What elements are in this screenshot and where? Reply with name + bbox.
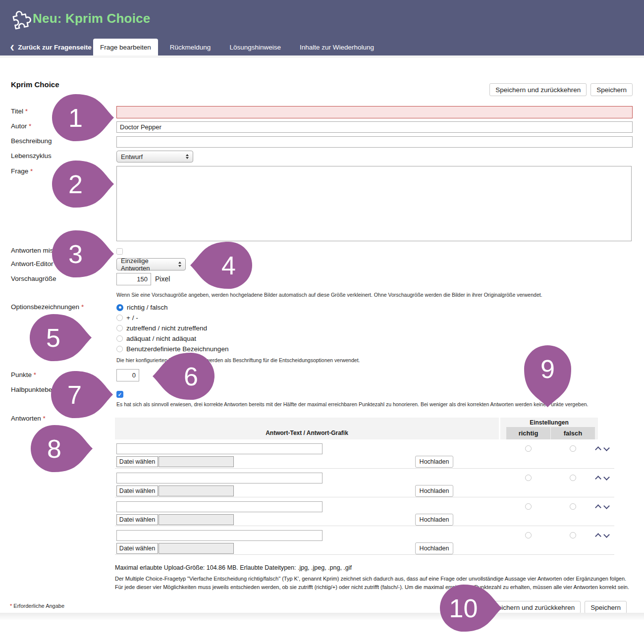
annotation-number: 9 — [524, 345, 571, 392]
beschreibung-label: Beschreibung — [11, 137, 113, 146]
lebenszyklus-label: Lebenszyklus — [11, 152, 113, 161]
move-up-icon[interactable] — [595, 446, 601, 453]
radio-falsch[interactable] — [570, 445, 576, 452]
file-name-box[interactable] — [159, 514, 234, 525]
radio-falsch[interactable] — [570, 475, 576, 481]
antwort-editor-select[interactable]: Einzeilige Antworten — [116, 258, 186, 270]
option-radio[interactable] — [116, 346, 123, 352]
option-radio-row: + / - — [116, 313, 228, 323]
annotation-balloon-8: 8 — [31, 425, 93, 472]
radio-richtig[interactable] — [525, 445, 532, 452]
question-type-description: Der Multiple Choice-Fragetyp "Vierfache … — [115, 575, 634, 592]
file-select-button[interactable]: Datei wählen — [116, 543, 158, 554]
punkte-label: Punkte * — [11, 371, 113, 379]
optionsbezeichnungen-label: Optionsbezeichnungen * — [11, 303, 113, 312]
answer-text-input[interactable] — [116, 473, 322, 483]
annotation-balloon-9: 9 — [524, 345, 571, 407]
back-link[interactable]: ❮ Zurück zur Fragenseite — [10, 39, 92, 55]
tabbar-divider — [0, 55, 644, 58]
save-button-bottom[interactable]: Speichern — [585, 601, 627, 614]
answer-row: Datei wählen Hochladen — [115, 439, 614, 468]
move-down-icon[interactable] — [603, 532, 610, 538]
upload-button[interactable]: Hochladen — [415, 485, 453, 497]
answers-table-main-header: Antwort-Text / Antwort-Grafik — [115, 418, 499, 439]
option-radio[interactable] — [116, 315, 123, 321]
upload-button[interactable]: Hochladen — [415, 514, 453, 526]
file-name-box[interactable] — [159, 485, 234, 496]
select-stepper-icon — [186, 154, 189, 160]
antworten-mischen-label: Antworten mischen — [11, 247, 113, 255]
lebenszyklus-select[interactable]: Entwurf — [116, 151, 193, 162]
option-radio-row: richtig / falsch — [116, 302, 228, 313]
answer-text-input[interactable] — [116, 443, 322, 454]
col-header-antwort-text: Antwort-Text / Antwort-Grafik — [115, 429, 499, 436]
titel-input[interactable] — [116, 106, 633, 118]
option-radio-row: Benutzerdefinierte Bezeichnungen — [116, 344, 228, 354]
option-radio-label: Benutzerdefinierte Bezeichnungen — [126, 345, 228, 353]
col-header-falsch: falsch — [551, 427, 595, 439]
halbpunkte-checkbox[interactable]: ✓ — [116, 391, 123, 398]
move-up-icon[interactable] — [595, 476, 601, 482]
frage-label: Frage * — [11, 167, 113, 176]
antworten-label: Antworten * — [11, 415, 113, 423]
optionsbezeichnungen-help: Die hier konfigurierten Bezeichnungen we… — [116, 357, 360, 363]
beschreibung-input[interactable] — [116, 136, 633, 148]
move-down-icon[interactable] — [603, 445, 610, 451]
answers-table: Antwort-Text / Antwort-Grafik Einstellun… — [115, 418, 614, 555]
radio-richtig[interactable] — [525, 475, 532, 481]
app-header: Neu: Kprim Choice — [0, 0, 644, 39]
option-radio[interactable] — [116, 304, 123, 311]
antworten-mischen-checkbox[interactable] — [116, 248, 123, 255]
answers-table-settings-header: Einstellungen richtig falsch — [500, 418, 598, 439]
save-and-return-button-bottom[interactable]: Speichern und zurückkehren — [483, 601, 581, 614]
option-radio[interactable] — [116, 325, 123, 331]
annotation-balloon-1: 1 — [52, 94, 114, 141]
radio-falsch[interactable] — [570, 503, 576, 510]
answer-text-input[interactable] — [116, 530, 322, 541]
radio-richtig[interactable] — [525, 532, 532, 538]
halbpunkte-help: Es hat sich als sinnvoll erwiesen, drei … — [116, 401, 588, 407]
move-up-icon[interactable] — [595, 533, 601, 539]
vorschaugroesse-unit: Pixel — [155, 275, 170, 283]
radio-richtig[interactable] — [525, 503, 532, 510]
halbpunkte-label: Halbpunktebewertung aktivieren — [11, 386, 112, 394]
required-note: * Erforderliche Angabe — [10, 603, 64, 609]
tab-strip: Frage bearbeiten Rückmeldung Lösungshinw… — [93, 39, 381, 55]
file-name-box[interactable] — [159, 456, 234, 467]
save-button-top[interactable]: Speichern — [590, 83, 633, 96]
annotation-number: 1 — [52, 94, 99, 141]
punkte-input[interactable]: 0 — [116, 369, 139, 381]
titel-label: Titel * — [11, 107, 113, 116]
tab-frage-bearbeiten[interactable]: Frage bearbeiten — [93, 39, 158, 55]
tab-loesungshinweise[interactable]: Lösungshinweise — [222, 39, 288, 55]
autor-input[interactable]: Doctor Pepper — [116, 121, 633, 133]
form-heading: Kprim Choice — [11, 80, 59, 89]
move-down-icon[interactable] — [603, 503, 610, 509]
upload-button[interactable]: Hochladen — [415, 456, 453, 468]
page-title: Neu: Kprim Choice — [33, 11, 150, 26]
answer-text-input[interactable] — [116, 501, 322, 512]
vorschaugroesse-input[interactable]: 150 — [116, 273, 151, 285]
tab-inhalte-zur-wiederholung[interactable]: Inhalte zur Wiederholung — [293, 39, 381, 55]
move-up-icon[interactable] — [595, 504, 601, 511]
option-radio-label: adäquat / nicht adäquat — [126, 335, 196, 342]
answer-row: Datei wählen Hochladen — [115, 526, 614, 555]
file-select-button[interactable]: Datei wählen — [116, 485, 158, 496]
frage-textarea[interactable] — [116, 166, 632, 241]
option-radio[interactable] — [116, 335, 123, 342]
vorschaugroesse-help: Wenn Sie eine Vorschaugröße angeben, wer… — [116, 292, 542, 298]
move-down-icon[interactable] — [603, 474, 610, 481]
option-radio-label: richtig / falsch — [127, 304, 168, 311]
col-header-richtig: richtig — [506, 427, 550, 439]
save-and-return-button-top[interactable]: Speichern und zurückkehren — [489, 83, 587, 96]
upload-button[interactable]: Hochladen — [415, 542, 453, 554]
answer-row: Datei wählen Hochladen — [115, 497, 614, 526]
check-icon: ✓ — [118, 392, 122, 397]
file-select-button[interactable]: Datei wählen — [116, 456, 158, 467]
file-name-box[interactable] — [159, 543, 234, 554]
tab-rueckmeldung[interactable]: Rückmeldung — [163, 39, 218, 55]
file-select-button[interactable]: Datei wählen — [116, 514, 158, 525]
radio-falsch[interactable] — [570, 532, 576, 538]
col-group-einstellungen: Einstellungen — [500, 419, 598, 426]
chevron-left-icon: ❮ — [10, 45, 14, 50]
